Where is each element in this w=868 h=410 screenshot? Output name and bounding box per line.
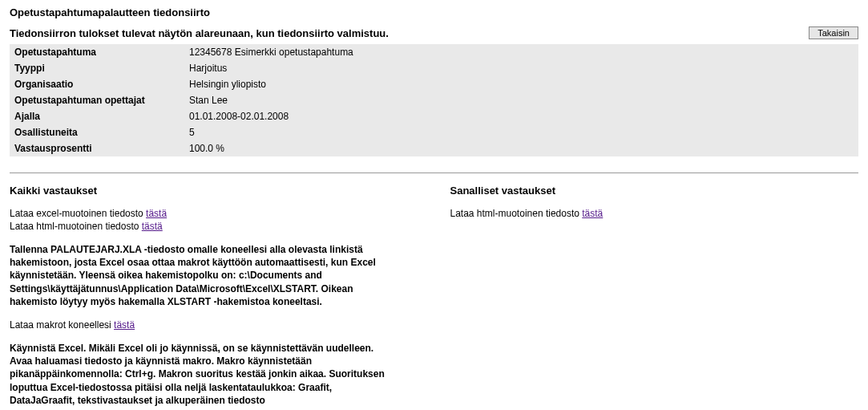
info-row: OrganisaatioHelsingin yliopisto [10, 76, 858, 92]
info-label: Tyyppi [10, 60, 184, 76]
download-html-prefix: Lataa html-muotoinen tiedosto [10, 221, 142, 232]
download-macros-line: Lataa makrot koneellesi tästä [10, 319, 418, 331]
right-column: Sanalliset vastaukset Lataa html-muotoin… [450, 185, 859, 410]
left-column-title: Kaikki vastaukset [10, 185, 418, 197]
instruction-para-1: Tallenna PALAUTEJARJ.XLA -tiedosto omall… [10, 243, 394, 308]
download-macros-link[interactable]: tästä [114, 319, 135, 331]
download-macros-prefix: Lataa makrot koneellesi [10, 319, 114, 331]
download-excel-link[interactable]: tästä [146, 208, 167, 219]
info-row: Osallistuneita5 [10, 124, 858, 140]
download-html-link[interactable]: tästä [142, 221, 163, 232]
separator [10, 173, 858, 173]
download-right-html-prefix: Lataa html-muotoinen tiedosto [450, 208, 583, 219]
info-value: 12345678 Esimerkki opetustapahtuma [184, 44, 858, 60]
download-right-html-link[interactable]: tästä [582, 208, 603, 219]
info-row: Opetustapahtuma12345678 Esimerkki opetus… [10, 44, 858, 60]
info-table: Opetustapahtuma12345678 Esimerkki opetus… [10, 44, 858, 156]
download-excel-line: Lataa excel-muotoinen tiedosto tästä [10, 208, 418, 219]
info-value: Harjoitus [184, 60, 858, 76]
info-label: Osallistuneita [10, 124, 184, 140]
page-subtitle: Tiedonsiirron tulokset tulevat näytön al… [10, 27, 389, 39]
info-value: 5 [184, 124, 858, 140]
right-column-title: Sanalliset vastaukset [450, 185, 859, 197]
info-value: 100.0 % [184, 140, 858, 156]
instruction-para-2: Käynnistä Excel. Mikäli Excel oli jo käy… [10, 342, 394, 407]
info-label: Organisaatio [10, 76, 184, 92]
info-row: Vastausprosentti100.0 % [10, 140, 858, 156]
info-value: Stan Lee [184, 92, 858, 108]
left-column: Kaikki vastaukset Lataa excel-muotoinen … [10, 185, 418, 410]
info-row: TyyppiHarjoitus [10, 60, 858, 76]
info-label: Vastausprosentti [10, 140, 184, 156]
info-value: Helsingin yliopisto [184, 76, 858, 92]
page-title: Opetustapahtumapalautteen tiedonsiirto [10, 6, 858, 18]
download-right-html-line: Lataa html-muotoinen tiedosto tästä [450, 208, 859, 219]
info-value: 01.01.2008-02.01.2008 [184, 108, 858, 124]
info-row: Ajalla01.01.2008-02.01.2008 [10, 108, 858, 124]
info-row: Opetustapahtuman opettajatStan Lee [10, 92, 858, 108]
download-html-line: Lataa html-muotoinen tiedosto tästä [10, 221, 418, 232]
info-label: Ajalla [10, 108, 184, 124]
back-button[interactable]: Takaisin [809, 26, 858, 39]
info-label: Opetustapahtuman opettajat [10, 92, 184, 108]
download-excel-prefix: Lataa excel-muotoinen tiedosto [10, 208, 146, 219]
info-label: Opetustapahtuma [10, 44, 184, 60]
